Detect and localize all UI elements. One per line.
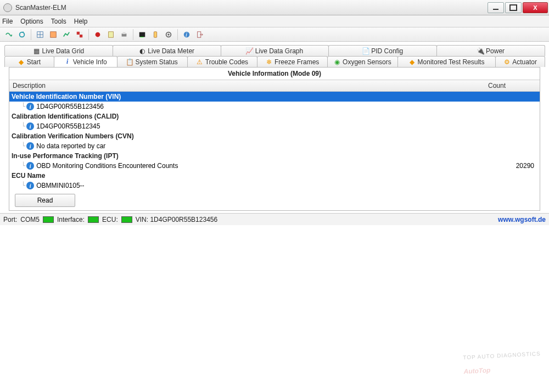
group-label: In-use Performance Tracking (IPT) (12, 152, 537, 160)
minimize-button[interactable] (488, 2, 504, 13)
panel-title: Vehicle Information (Mode 09) (9, 68, 540, 80)
row-cvn-value[interactable]: └iNo data reported by car (9, 141, 540, 151)
value-label: OBMMINI0105-- (36, 181, 537, 190)
info-icon: i (26, 162, 34, 170)
info-icon: i (26, 142, 34, 150)
info-icon: i (26, 182, 34, 189)
tab-label: Oxygen Sensors (343, 58, 391, 66)
tab-freeze-frames[interactable]: ❄Freeze Frames (257, 56, 328, 67)
svg-rect-7 (80, 31, 82, 34)
status-ecu-label: ECU: (102, 216, 118, 223)
menu-help[interactable]: Help (74, 18, 88, 25)
menu-tools[interactable]: Tools (51, 18, 66, 25)
grid-header: Description Count (9, 80, 540, 92)
tab-trouble-codes[interactable]: ⚠Trouble Codes (187, 56, 258, 67)
row-ipt-value[interactable]: └iOBD Monitoring Conditions Encountered … (9, 161, 540, 171)
window-buttons: X (486, 2, 548, 13)
tree-branch-icon: └ (21, 103, 25, 110)
status-interface-label: Interface: (57, 216, 85, 223)
tab-label: Live Data Grid (42, 47, 85, 55)
warning-icon: ⚠ (197, 59, 203, 65)
statusbar: Port: COM5 Interface: ECU: VIN: 1D4GP00R… (0, 213, 549, 225)
status-port-value: COM5 (20, 216, 40, 223)
tab-system-status[interactable]: 📋System Status (117, 56, 188, 67)
port-led-icon (43, 216, 54, 223)
app-icon (3, 3, 12, 12)
tool-refresh-icon[interactable] (16, 29, 27, 40)
menu-file[interactable]: File (2, 18, 13, 25)
tool-graph-icon[interactable] (61, 29, 72, 40)
row-vin-value[interactable]: └i1D4GP00R55B123456 (9, 102, 540, 111)
count-value: 20290 (487, 162, 537, 170)
close-button[interactable]: X (523, 2, 548, 13)
svg-rect-10 (109, 31, 114, 37)
tool-settings-icon[interactable] (163, 29, 174, 40)
tab-live-data-meter[interactable]: ◐Live Data Meter (113, 45, 221, 56)
maximize-button[interactable] (505, 2, 522, 13)
row-ecu-group[interactable]: ECU Name (9, 171, 540, 181)
tab-label: Vehicle Info (73, 58, 107, 66)
svg-point-9 (96, 32, 100, 37)
row-vin-group[interactable]: Vehicle Identification Number (VIN) (9, 92, 540, 102)
tab-actuator[interactable]: ⚙Actuator (495, 56, 545, 67)
value-label: 1D4GP00R55B12345 (36, 122, 537, 131)
tab-monitored-test-results[interactable]: ◆Monitored Test Results (397, 56, 496, 67)
tool-info-icon[interactable]: i (181, 29, 192, 40)
value-label: No data reported by car (36, 142, 537, 150)
config-icon: 📄 (362, 48, 369, 54)
tool-record-icon[interactable] (92, 29, 103, 40)
tree-branch-icon: └ (21, 182, 25, 189)
grid-body[interactable]: Vehicle Identification Number (VIN) └i1D… (9, 92, 540, 191)
tab-live-data-graph[interactable]: 📈Live Data Graph (221, 45, 329, 56)
svg-point-0 (20, 32, 25, 37)
tool-meter-icon[interactable] (48, 29, 59, 40)
tab-live-data-grid[interactable]: ▦Live Data Grid (4, 45, 113, 56)
tab-power[interactable]: 🔌Power (436, 45, 545, 56)
tool-grid-icon[interactable] (35, 29, 46, 40)
tab-label: Start (27, 58, 41, 66)
tool-exit-icon[interactable] (194, 29, 205, 40)
status-port-label: Port: (3, 216, 17, 223)
tool-terminal-icon[interactable]: _ (137, 29, 148, 40)
oxygen-icon: ◉ (334, 59, 340, 65)
tab-vehicle-info[interactable]: iVehicle Info (54, 56, 117, 67)
col-description[interactable]: Description (9, 80, 485, 91)
watermark-main: AutoTop (464, 366, 491, 376)
tool-checker-icon[interactable] (74, 29, 85, 40)
info-icon: i (64, 59, 71, 65)
col-count[interactable]: Count (485, 80, 540, 91)
tab-label: PID Config (371, 47, 403, 55)
button-area: Read (9, 191, 540, 210)
tab-start[interactable]: ◆Start (4, 56, 54, 67)
row-calid-value[interactable]: └i1D4GP00R55B12345 (9, 121, 540, 131)
svg-text:_: _ (140, 31, 144, 37)
tab-oxygen-sensors[interactable]: ◉Oxygen Sensors (327, 56, 398, 67)
tool-save-icon[interactable] (105, 29, 116, 40)
meter-icon: ◐ (139, 48, 145, 54)
content-panel: Vehicle Information (Mode 09) Descriptio… (9, 67, 540, 211)
tree-branch-icon: └ (21, 162, 25, 170)
toolbar: _ i (0, 27, 549, 42)
read-button[interactable]: Read (15, 194, 75, 207)
tree-branch-icon: └ (21, 122, 25, 130)
tab-label: Live Data Meter (148, 47, 194, 55)
status-icon: 📋 (127, 59, 133, 65)
tool-device-icon[interactable] (150, 29, 161, 40)
svg-rect-5 (77, 31, 80, 34)
menu-options[interactable]: Options (20, 18, 43, 25)
row-ipt-group[interactable]: In-use Performance Tracking (IPT) (9, 151, 540, 161)
row-ecu-value[interactable]: └iOBMMINI0105-- (9, 181, 540, 191)
tool-print-icon[interactable] (119, 29, 130, 40)
actuator-icon: ⚙ (503, 59, 510, 65)
row-calid-group[interactable]: Calibration Identifications (CALID) (9, 111, 540, 121)
tab-pid-config[interactable]: 📄PID Config (328, 45, 437, 56)
svg-rect-6 (80, 35, 82, 37)
website-link[interactable]: www.wgsoft.de (498, 216, 546, 223)
tab-label: Monitored Test Results (418, 58, 485, 66)
group-label: Calibration Verification Numbers (CVN) (12, 132, 537, 141)
tool-connect-icon[interactable] (3, 29, 14, 40)
tab-row-top: ▦Live Data Grid ◐Live Data Meter 📈Live D… (4, 45, 545, 56)
power-icon: 🔌 (477, 48, 484, 54)
row-cvn-group[interactable]: Calibration Verification Numbers (CVN) (9, 131, 540, 141)
titlebar: ScanMaster-ELM X (0, 0, 549, 15)
